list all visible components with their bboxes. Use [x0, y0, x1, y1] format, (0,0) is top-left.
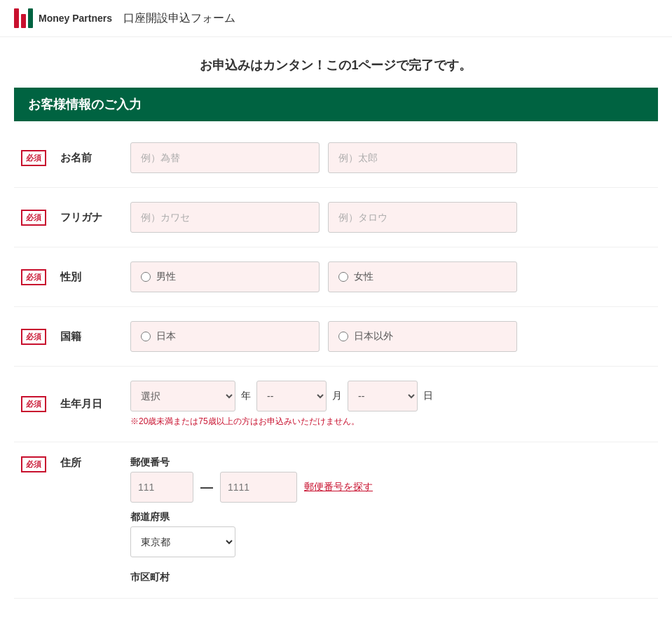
dob-year-select[interactable]: 選択: [130, 381, 235, 411]
page-title: 口座開設申込フォーム: [123, 11, 235, 26]
required-badge-dob: 必須: [21, 396, 46, 412]
city-label: 市区町村: [130, 571, 373, 584]
gender-female-radio[interactable]: [338, 272, 348, 282]
postal-search-link[interactable]: 郵便番号を探す: [304, 481, 373, 493]
dob-field-wrapper: 選択 年 -- 月 -- 日 ※20歳未満または75歳以上の方はお申込みいただけ…: [130, 381, 433, 428]
header: Money Partners 口座開設申込フォーム: [0, 0, 672, 37]
dob-note: ※20歳未満または75歳以上の方はお申込みいただけません。: [130, 416, 433, 428]
nationality-other-label: 日本以外: [354, 330, 393, 343]
address-section: 郵便番号 — 郵便番号を探す 都道府県 東京都 北海道 大阪府 愛知県 神奈川県: [130, 456, 373, 584]
dob-year-unit: 年: [241, 390, 251, 402]
logo: Money Partners: [14, 8, 112, 28]
dob-day-select[interactable]: --: [348, 381, 418, 411]
nationality-other-radio[interactable]: [338, 332, 348, 341]
nationality-row: 必須 国籍 日本 日本以外: [14, 307, 658, 367]
address-row: 必須 住所 郵便番号 — 郵便番号を探す 都道府県 東京都 北海道 大阪府: [14, 442, 658, 599]
dob-day-unit: 日: [423, 390, 433, 402]
nationality-label: 国籍: [60, 330, 116, 343]
dob-row: 必須 生年月日 選択 年 -- 月 -- 日 ※20歳未満または75歳以上の方は…: [14, 367, 658, 442]
last-name-input[interactable]: [130, 142, 320, 173]
furigana-inputs: [130, 202, 651, 233]
form-container: 必須 お名前 必須 フリガナ 必須 性別 男性 女性: [14, 121, 658, 606]
nationality-japan-label: 日本: [156, 330, 176, 343]
nationality-inputs: 日本 日本以外: [130, 321, 651, 352]
required-badge-nationality: 必須: [21, 329, 46, 345]
furigana-row: 必須 フリガナ: [14, 188, 658, 247]
city-block: 市区町村: [130, 566, 373, 584]
postal-title: 郵便番号: [130, 456, 373, 469]
required-badge-furigana: 必須: [21, 210, 46, 226]
dob-label: 生年月日: [60, 397, 116, 411]
name-row: 必須 お名前: [14, 128, 658, 188]
gender-male-option[interactable]: 男性: [130, 261, 320, 292]
furigana-label: フリガナ: [60, 211, 116, 224]
postal-block: 郵便番号 — 郵便番号を探す: [130, 456, 373, 503]
nationality-japan-radio[interactable]: [141, 332, 151, 341]
dob-month-select[interactable]: --: [256, 381, 327, 411]
required-badge-address: 必須: [21, 456, 46, 472]
address-label: 住所: [60, 456, 116, 470]
prefecture-select[interactable]: 東京都 北海道 大阪府 愛知県 神奈川県 福岡県 埼玉県 千葉県: [130, 526, 235, 557]
postal-input-2[interactable]: [220, 472, 297, 503]
section-header: お客様情報のご入力: [14, 88, 658, 121]
first-furigana-input[interactable]: [328, 202, 517, 233]
dob-date-row: 選択 年 -- 月 -- 日: [130, 381, 433, 411]
page-subtitle: お申込みはカンタン！この1ページで完了です。: [0, 57, 672, 74]
gender-male-radio[interactable]: [141, 272, 151, 282]
gender-row: 必須 性別 男性 女性: [14, 247, 658, 307]
logo-text: Money Partners: [39, 13, 112, 24]
postal-row: — 郵便番号を探す: [130, 472, 373, 503]
nationality-japan-option[interactable]: 日本: [130, 321, 320, 352]
first-name-input[interactable]: [328, 142, 517, 173]
dob-month-unit: 月: [332, 390, 342, 402]
name-label: お名前: [60, 151, 116, 165]
required-badge-name: 必須: [21, 150, 46, 166]
postal-dash: —: [200, 480, 213, 495]
nationality-other-option[interactable]: 日本以外: [328, 321, 517, 352]
prefecture-title: 都道府県: [130, 511, 373, 524]
gender-label: 性別: [60, 271, 116, 284]
gender-male-label: 男性: [156, 271, 176, 283]
prefecture-block: 都道府県 東京都 北海道 大阪府 愛知県 神奈川県 福岡県 埼玉県 千葉県: [130, 511, 373, 557]
gender-female-option[interactable]: 女性: [328, 261, 517, 292]
name-inputs: [130, 142, 651, 173]
gender-inputs: 男性 女性: [130, 261, 651, 292]
last-furigana-input[interactable]: [130, 202, 320, 233]
required-badge-gender: 必須: [21, 269, 46, 285]
postal-input-1[interactable]: [130, 472, 193, 503]
logo-icon: [14, 8, 33, 28]
gender-female-label: 女性: [354, 271, 373, 283]
